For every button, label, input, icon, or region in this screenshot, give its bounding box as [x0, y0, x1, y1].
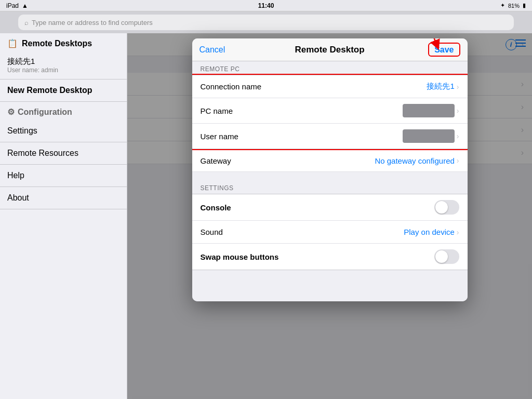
search-icon: ⌕ [24, 19, 29, 26]
sidebar-settings[interactable]: Settings [0, 120, 127, 142]
console-toggle[interactable] [434, 200, 459, 215]
console-label: Console [201, 203, 231, 212]
gateway-chevron: › [457, 156, 459, 165]
modal-title: Remote Desktop [295, 45, 364, 55]
configuration-header: ⚙ Configuration [0, 102, 127, 120]
modal: Cancel Remote Desktop Save [192, 38, 468, 301]
console-row[interactable]: Console [192, 194, 468, 221]
user-name-row[interactable]: User name › [192, 124, 468, 149]
wifi-icon: ▲ [22, 2, 28, 9]
connection-name-row[interactable]: Connection name 接続先1 › [192, 75, 468, 98]
main-layout: 📋 Remote Desktops 接続先1 User name: admin … [0, 33, 532, 399]
search-placeholder: Type name or address to find computers [32, 19, 153, 26]
cancel-button[interactable]: Cancel [200, 45, 225, 55]
pc-name-row[interactable]: PC name › [192, 98, 468, 124]
gateway-value: No gateway configured › [375, 156, 459, 165]
bluetooth-icon: ✦ [500, 2, 505, 9]
status-left: iPad ▲ [6, 2, 28, 9]
connection-name-label: Connection name [201, 82, 262, 91]
sound-chevron: › [457, 228, 459, 236]
connection-name-text: 接続先1 [427, 82, 454, 91]
swap-mouse-toggle-knob [435, 250, 448, 263]
swap-mouse-row[interactable]: Swap mouse buttons [192, 244, 468, 270]
pc-name-chevron: › [457, 107, 459, 115]
connection-name-value: 接続先1 › [427, 82, 459, 91]
gateway-label: Gateway [201, 156, 231, 165]
sound-row[interactable]: Sound Play on device › [192, 221, 468, 244]
sidebar-about[interactable]: About [0, 187, 127, 209]
pc-name-label: PC name [201, 107, 233, 115]
status-right: ✦ 81% ▮ [500, 2, 526, 9]
status-bar: iPad ▲ 11:40 ✦ 81% ▮ [0, 0, 532, 11]
pc-name-value: › [403, 104, 459, 117]
search-wrapper[interactable]: ⌕ Type name or address to find computers [18, 15, 514, 30]
user-name-chevron: › [457, 132, 459, 140]
save-button[interactable]: Save [428, 43, 460, 57]
console-toggle-knob [435, 201, 448, 214]
search-bar: ⌕ Type name or address to find computers [0, 11, 532, 33]
settings-header: SETTINGS [192, 180, 468, 194]
content-area: i › › › › › [127, 33, 532, 399]
modal-bottom-padding [192, 270, 468, 301]
user-name-label: User name [201, 132, 238, 141]
gateway-value-text: No gateway configured [375, 156, 454, 165]
connection-item[interactable]: 接続先1 User name: admin [0, 51, 127, 79]
user-name-value: › [403, 129, 459, 143]
battery-icon: ▮ [523, 2, 526, 9]
remote-pc-fields: Connection name 接続先1 › PC name › [192, 75, 468, 149]
swap-mouse-toggle[interactable] [434, 249, 459, 264]
gateway-row[interactable]: Gateway No gateway configured › [192, 149, 468, 172]
sound-value-text: Play on device [404, 228, 455, 236]
connection-subtitle: User name: admin [7, 66, 119, 74]
connection-title: 接続先1 [7, 57, 119, 66]
highlighted-fields-container: Connection name 接続先1 › PC name › [192, 75, 468, 149]
sidebar-help[interactable]: Help [0, 165, 127, 187]
remote-pc-header: REMOTE PC [192, 61, 468, 75]
status-time: 11:40 [258, 2, 274, 9]
settings-section: SETTINGS Console Sound [192, 180, 468, 270]
new-remote-desktop[interactable]: New Remote Desktop [0, 79, 127, 102]
modal-overlay: Cancel Remote Desktop Save [127, 33, 532, 399]
remote-desktops-header: 📋 Remote Desktops [0, 33, 127, 51]
settings-fields: Console Sound Play on device › [192, 194, 468, 270]
sidebar-remote-resources[interactable]: Remote Resources [0, 142, 127, 165]
user-name-masked [403, 129, 455, 143]
ipad-label: iPad [6, 2, 19, 9]
sound-value: Play on device › [404, 228, 459, 236]
book-icon: 📋 [7, 38, 18, 48]
connection-name-chevron: › [457, 83, 459, 91]
gear-icon: ⚙ [7, 107, 15, 117]
sound-label: Sound [201, 228, 223, 236]
pc-name-masked [403, 104, 455, 117]
swap-mouse-label: Swap mouse buttons [201, 252, 279, 261]
modal-header: Cancel Remote Desktop Save [192, 38, 468, 61]
sidebar: 📋 Remote Desktops 接続先1 User name: admin … [0, 33, 127, 399]
battery-percent: 81% [508, 3, 520, 9]
